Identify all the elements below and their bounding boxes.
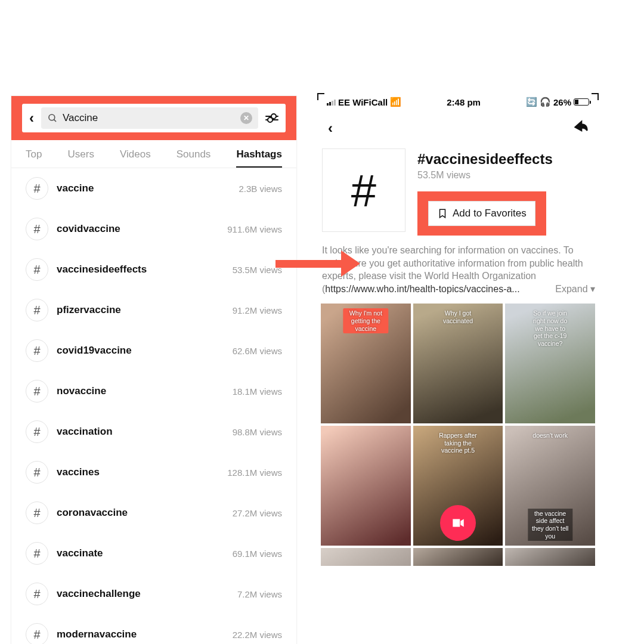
hashtag-views: 22.2M views (233, 630, 282, 640)
status-bar: EE WiFiCall 📶 2:48 pm 🔄 🎧 26% (321, 95, 595, 112)
search-icon (47, 113, 58, 123)
back-icon[interactable]: ‹ (27, 110, 36, 126)
tab-sounds[interactable]: Sounds (177, 148, 211, 168)
video-thumbnail[interactable]: Why I'm not getting the vaccine (321, 304, 411, 423)
search-input[interactable] (63, 112, 236, 124)
hashtag-views: 7.2M views (237, 589, 282, 599)
hash-icon: # (26, 218, 48, 240)
hash-icon: # (26, 542, 48, 565)
hashtag-name: vaccines (57, 466, 219, 478)
share-icon[interactable] (572, 118, 589, 138)
favorites-label: Add to Favorites (453, 208, 527, 219)
hashtag-views: 2.3B views (239, 184, 282, 194)
orientation-lock-icon: 🔄 (526, 97, 537, 107)
hashtag-thumbnail: # (322, 148, 405, 232)
hashtag-name: coronavaccine (57, 507, 224, 519)
hash-icon: # (26, 339, 48, 362)
signal-icon (327, 98, 336, 106)
hash-icon: # (26, 258, 48, 281)
svg-point-0 (49, 114, 55, 120)
clear-icon[interactable]: ✕ (240, 112, 252, 124)
health-notice: It looks like you're searching for infor… (321, 244, 595, 295)
filter-icon[interactable] (263, 116, 281, 120)
battery-icon (574, 98, 589, 106)
hashtag-name: modernavaccine (57, 628, 224, 640)
video-caption: So if we join right now do we have to ge… (528, 308, 572, 348)
video-thumbnail[interactable] (505, 548, 595, 566)
record-button[interactable] (440, 505, 476, 541)
video-thumbnail[interactable]: Rappers after taking the vaccine pt.5 (413, 426, 503, 546)
hashtag-views: 53.5M views (233, 265, 282, 275)
hashtag-name: covidvaccine (57, 223, 219, 235)
hashtag-result-row[interactable]: #vaccinate69.1M views (26, 533, 282, 574)
hashtag-result-row[interactable]: #novaccine18.1M views (26, 371, 282, 411)
video-thumbnail[interactable]: Why I got vaccinated (413, 304, 503, 423)
hashtag-views: 911.6M views (227, 224, 282, 234)
video-caption: the vaccine side affect they don't tell … (528, 509, 572, 541)
hashtag-result-row[interactable]: #vaccine2.3B views (26, 168, 282, 209)
search-screen: ‹ ✕ Top Users Videos Sounds Hashtags #va… (11, 95, 297, 644)
hashtag-result-row[interactable]: #coronavaccine27.2M views (26, 493, 282, 533)
hashtag-views: 128.1M views (227, 467, 282, 478)
hashtag-views: 18.1M views (233, 386, 282, 397)
video-caption: Rappers after taking the vaccine pt.5 (435, 431, 480, 456)
hashtag-result-row[interactable]: #vaccination98.8M views (26, 411, 282, 452)
hashtag-result-row[interactable]: #pfizervaccine91.2M views (26, 290, 282, 330)
video-thumbnail[interactable] (321, 548, 411, 566)
hashtag-result-row[interactable]: #modernavaccine22.2M views (26, 614, 282, 644)
hashtag-name: covid19vaccine (57, 345, 224, 357)
video-grid: Why I'm not getting the vaccineWhy I got… (321, 304, 595, 566)
hash-icon: # (26, 583, 48, 605)
video-caption: Why I'm not getting the vaccine (343, 308, 388, 333)
hashtag-views: 27.2M views (233, 508, 282, 518)
hash-icon: # (26, 623, 48, 644)
hash-icon: # (26, 420, 48, 443)
hashtag-name: vaccinate (57, 547, 224, 559)
who-link[interactable]: https://www.who.int/health-topics/vaccin… (325, 284, 519, 294)
svg-line-1 (54, 119, 56, 122)
hashtag-views: 69.1M views (233, 549, 282, 559)
hashtag-result-row[interactable]: #vaccinesideeffects53.5M views (26, 249, 282, 290)
hashtag-views: 91.2M views (233, 305, 282, 315)
carrier-label: EE WiFiCall (338, 97, 388, 107)
hashtag-detail-screen: EE WiFiCall 📶 2:48 pm 🔄 🎧 26% ‹ # #vacci… (321, 95, 595, 566)
battery-percent: 26% (553, 97, 571, 107)
hashtag-name: vaccine (57, 182, 230, 194)
hashtag-name: vaccinechallenge (57, 588, 229, 600)
wifi-icon: 📶 (390, 97, 401, 107)
hashtag-title: #vaccinesideeffects (417, 151, 594, 168)
hashtag-name: vaccinesideeffects (57, 264, 224, 275)
tab-top[interactable]: Top (26, 148, 42, 168)
hashtag-views: 62.6M views (233, 346, 282, 356)
add-to-favorites-button[interactable]: Add to Favorites (428, 201, 535, 226)
status-time: 2:48 pm (447, 97, 481, 107)
hashtag-result-row[interactable]: #vaccines128.1M views (26, 452, 282, 493)
hashtag-name: pfizervaccine (57, 304, 224, 316)
hashtag-result-row[interactable]: #covid19vaccine62.6M views (26, 330, 282, 371)
video-thumbnail[interactable] (321, 426, 411, 546)
hashtag-result-row[interactable]: #vaccinechallenge7.2M views (26, 574, 282, 614)
crop-mark-icon (317, 93, 324, 100)
expand-button[interactable]: Expand ▾ (555, 283, 595, 296)
back-icon[interactable]: ‹ (326, 120, 335, 137)
video-thumbnail[interactable] (413, 548, 503, 566)
crop-mark-icon (592, 93, 599, 100)
hash-icon: # (26, 461, 48, 484)
video-thumbnail[interactable]: doesn't workthe vaccine side affect they… (505, 426, 595, 546)
tab-videos[interactable]: Videos (120, 148, 151, 168)
search-field[interactable]: ✕ (41, 107, 258, 129)
hash-icon: # (26, 380, 48, 402)
hashtag-name: novaccine (57, 385, 224, 397)
headphones-icon: 🎧 (540, 97, 551, 107)
search-tabs: Top Users Videos Sounds Hashtags (11, 140, 296, 168)
tab-hashtags[interactable]: Hashtags (236, 148, 282, 168)
hashtag-name: vaccination (57, 426, 224, 438)
hashtag-results: #vaccine2.3B views#covidvaccine911.6M vi… (11, 168, 296, 644)
video-thumbnail[interactable]: So if we join right now do we have to ge… (505, 304, 595, 423)
favorites-highlight: Add to Favorites (417, 191, 546, 236)
search-bar-highlight: ‹ ✕ (11, 96, 296, 140)
bookmark-icon (437, 208, 448, 219)
tab-users[interactable]: Users (67, 148, 94, 168)
hashtag-result-row[interactable]: #covidvaccine911.6M views (26, 209, 282, 249)
hashtag-views: 98.8M views (233, 427, 282, 437)
